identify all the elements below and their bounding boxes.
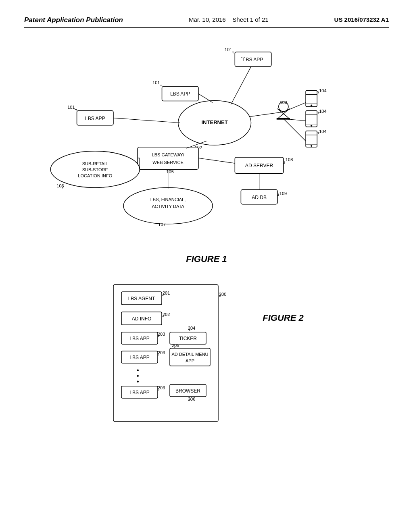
- svg-text:LBS APP: LBS APP: [170, 91, 190, 97]
- svg-text:104: 104: [319, 109, 326, 114]
- svg-rect-41: [306, 131, 317, 147]
- svg-text:105: 105: [166, 169, 173, 174]
- figure2-diagram: 200 LBS AGENT 201 AD INFO 202 L: [109, 281, 246, 426]
- svg-text:SUB-RETAIL: SUB-RETAIL: [82, 161, 108, 166]
- header-info: Mar. 10, 2016 Sheet 1 of 21: [189, 16, 269, 23]
- page: Patent Application Publication Mar. 10, …: [0, 0, 413, 532]
- svg-text:TICKER: TICKER: [179, 336, 197, 341]
- svg-text:LBS APP: LBS APP: [130, 336, 150, 341]
- svg-text:LBS AGENT: LBS AGENT: [128, 296, 155, 301]
- svg-line-19: [231, 66, 251, 104]
- svg-text:APP: APP: [186, 358, 194, 363]
- svg-point-44: [311, 145, 312, 147]
- svg-line-79: [198, 158, 235, 163]
- svg-text:AD INFO: AD INFO: [132, 316, 152, 322]
- svg-text:INTERNET: INTERNET: [201, 119, 227, 125]
- svg-text:AD DETAIL MENU: AD DETAIL MENU: [172, 352, 209, 357]
- svg-text:WEB SERVICE: WEB SERVICE: [152, 160, 183, 165]
- svg-text:104: 104: [319, 129, 326, 134]
- svg-text:101: 101: [225, 47, 232, 52]
- svg-text:SUB-STORE: SUB-STORE: [82, 167, 108, 172]
- svg-text:101: 101: [152, 80, 160, 85]
- svg-text:LBS, FINANCIAL,: LBS, FINANCIAL,: [150, 197, 186, 202]
- svg-text:LBS APP: LBS APP: [85, 116, 105, 121]
- svg-text:106: 106: [56, 183, 64, 188]
- page-header: Patent Application Publication Mar. 10, …: [24, 16, 389, 28]
- figure1-diagram: LBS APP 101 ··· LBS APP 101 LBS APP 101 …: [24, 40, 389, 250]
- svg-text:•: •: [137, 378, 139, 385]
- figure2-section: 200 LBS AGENT 201 AD INFO 202 L: [24, 281, 389, 426]
- svg-line-50: [284, 119, 306, 121]
- svg-text:LBS APP: LBS APP: [243, 57, 263, 62]
- header-date: Mar. 10, 2016: [189, 16, 226, 23]
- header-title: Patent Application Publication: [24, 16, 123, 24]
- figure1-caption: FIGURE 1: [24, 254, 389, 264]
- svg-text:104: 104: [319, 88, 326, 93]
- svg-text:108: 108: [286, 157, 293, 162]
- svg-text:103: 103: [280, 100, 287, 105]
- svg-point-30: [311, 105, 312, 106]
- header-sheet: Sheet 1 of 21: [232, 16, 268, 23]
- svg-text:AD DB: AD DB: [252, 195, 267, 200]
- svg-text:107: 107: [158, 222, 165, 227]
- svg-text:101: 101: [67, 105, 75, 110]
- figure2-caption: FIGURE 2: [263, 313, 303, 323]
- svg-rect-27: [306, 90, 317, 106]
- svg-rect-52: [138, 147, 198, 169]
- svg-line-21: [113, 118, 180, 123]
- svg-text:LBS APP: LBS APP: [130, 355, 150, 360]
- svg-text:LOCATION INFO: LOCATION INFO: [78, 173, 112, 178]
- svg-text:AD SERVER: AD SERVER: [245, 163, 273, 168]
- svg-text:205: 205: [172, 343, 179, 348]
- svg-text:LBS GATEWAY/: LBS GATEWAY/: [152, 152, 185, 157]
- svg-line-51: [284, 119, 306, 141]
- svg-text:201: 201: [163, 291, 170, 295]
- svg-text:BROWSER: BROWSER: [175, 388, 200, 394]
- svg-text:ACTIVITY DATA: ACTIVITY DATA: [152, 204, 184, 209]
- header-patent: US 2016/073232 A1: [334, 16, 389, 23]
- svg-text:204: 204: [188, 326, 195, 330]
- svg-line-48: [249, 112, 283, 117]
- svg-text:202: 202: [163, 312, 170, 317]
- svg-text:LBS APP: LBS APP: [130, 390, 150, 395]
- svg-text:···: ···: [241, 54, 246, 60]
- svg-text:206: 206: [188, 397, 195, 401]
- svg-rect-115: [170, 348, 210, 366]
- svg-point-37: [311, 125, 312, 127]
- svg-rect-34: [306, 111, 317, 127]
- svg-text:109: 109: [280, 191, 287, 196]
